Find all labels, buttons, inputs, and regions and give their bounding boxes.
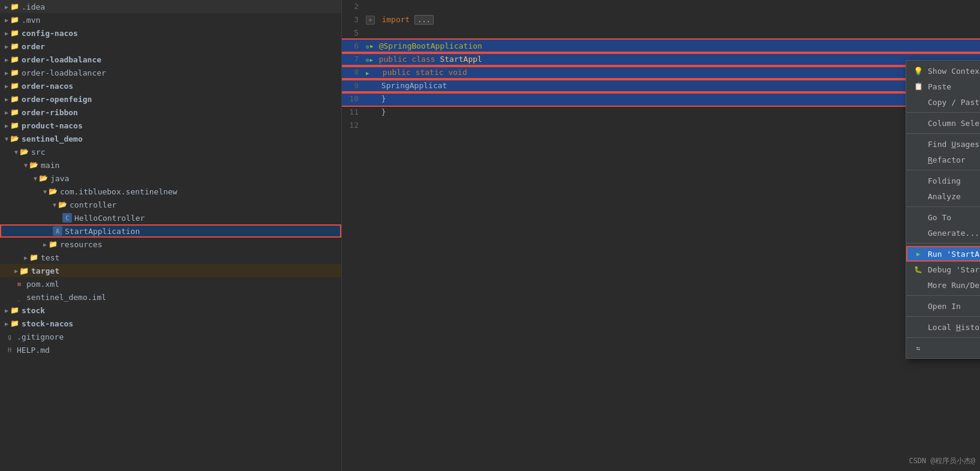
code-line-6: 6 ⚙ ⚑ @SpringBootApplication: [342, 40, 980, 53]
sidebar-item-label: HELP.md: [17, 346, 50, 355]
sidebar-item-test[interactable]: ▶ 📁 test: [0, 251, 341, 264]
sidebar-item-label: java: [50, 174, 69, 183]
collapse-arrow: ▶: [5, 30, 8, 37]
line-num: 7: [342, 53, 366, 66]
sidebar-item-order-loadbalancer[interactable]: ▶ 📁 order-loadbalancer: [0, 66, 341, 79]
empty-icon: [913, 280, 923, 290]
sidebar-item-main[interactable]: ▼ 📂 main: [0, 158, 341, 172]
menu-item-paste[interactable]: 📋 Paste Ctrl+V: [906, 79, 980, 94]
sidebar-item-help[interactable]: H HELP.md: [0, 343, 341, 356]
sidebar-item-label: sentinel_demo.iml: [26, 293, 106, 302]
menu-label: Column Selection Mode: [928, 119, 980, 128]
folder-icon: 📁: [10, 15, 19, 25]
empty-icon: [913, 322, 923, 332]
sidebar-item-label: order-loadbalancer: [22, 68, 106, 77]
menu-label: Debug 'StartApplication': [928, 265, 980, 274]
sidebar-item-label: .gitignore: [17, 332, 64, 341]
collapse-arrow: ▶: [5, 307, 8, 314]
line-text: ▶ public static void: [366, 66, 467, 80]
sidebar-item-controller[interactable]: ▼ 📂 controller: [0, 198, 341, 211]
menu-item-run[interactable]: ▶ Run 'StartApplication' Ctrl+Shift+F10: [906, 246, 980, 262]
sidebar-item-label: stock: [22, 306, 45, 315]
menu-divider: [906, 316, 980, 317]
menu-item-copy-paste-special[interactable]: Copy / Paste Special ▶: [906, 94, 980, 110]
menu-label: Refactor: [928, 155, 966, 164]
line-num: 5: [342, 26, 366, 40]
menu-item-debug[interactable]: 🐛 Debug 'StartApplication': [906, 262, 980, 277]
menu-item-generate[interactable]: Generate... Alt+Insert: [906, 225, 980, 241]
sidebar-item-hello-controller[interactable]: C HelloController: [0, 211, 341, 224]
menu-item-analyze[interactable]: Analyze ▶: [906, 188, 980, 204]
menu-item-folding[interactable]: Folding ▶: [906, 173, 980, 188]
file-m-icon: m: [14, 279, 24, 289]
sidebar-item-resources[interactable]: ▶ 📁 resources: [0, 238, 341, 251]
sidebar-item-stock-nacos[interactable]: ▶ 📁 stock-nacos: [0, 317, 341, 330]
sidebar-item-product-nacos[interactable]: ▶ 📁 product-nacos: [0, 119, 341, 132]
sidebar-item-label: product-nacos: [22, 121, 83, 130]
sidebar-item-order-loadbalance[interactable]: ▶ 📁 order-loadbalance: [0, 53, 341, 66]
sidebar-item-sentinel-iml[interactable]: _ sentinel_demo.iml: [0, 290, 341, 304]
sidebar-item-label: order: [22, 42, 45, 51]
editor-area: 2 3 + import ... 5 6 ⚙ ⚑: [342, 0, 980, 471]
sidebar-item-com-pkg[interactable]: ▼ 📂 com.itbluebox.sentinelnew: [0, 185, 341, 198]
sidebar-item-order-ribbon[interactable]: ▶ 📁 order-ribbon: [0, 106, 341, 119]
sidebar-item-order[interactable]: ▶ 📁 order: [0, 40, 341, 53]
menu-item-find-usages[interactable]: Find Usages Alt+F7: [906, 136, 980, 152]
sidebar-item-mvn[interactable]: ▶ 📁 .mvn: [0, 13, 341, 26]
debug-icon: 🐛: [913, 265, 923, 274]
menu-divider: [906, 295, 980, 296]
sidebar-item-label: .mvn: [22, 16, 40, 25]
line-num: 9: [342, 79, 366, 92]
sidebar-item-order-nacos[interactable]: ▶ 📁 order-nacos: [0, 79, 341, 92]
sidebar-item-stock[interactable]: ▶ 📁 stock: [0, 304, 341, 317]
line-num: 6: [342, 40, 366, 53]
menu-item-column-selection[interactable]: Column Selection Mode Alt+Shift+Insert: [906, 115, 980, 131]
code-line-7: 7 ⚙ ▶ public class StartAppl: [342, 53, 980, 66]
sidebar-item-label: StartApplication: [65, 227, 140, 236]
line-text: ⚙ ▶ public class StartAppl: [366, 53, 482, 67]
menu-item-local-history[interactable]: Local History ▶: [906, 319, 980, 335]
sidebar-item-idea[interactable]: ▶ 📁 .idea: [0, 0, 341, 13]
sidebar-item-src[interactable]: ▼ 📂 src: [0, 145, 341, 158]
code-line-10: 10 }: [342, 92, 980, 106]
menu-label: Paste: [928, 82, 951, 91]
empty-icon: [913, 139, 923, 149]
empty-icon: [913, 155, 923, 164]
menu-item-show-context[interactable]: 💡 Show Context Actions Alt+Enter: [906, 63, 980, 79]
sidebar-item-java[interactable]: ▼ 📂 java: [0, 172, 341, 185]
empty-icon: [913, 176, 923, 185]
sidebar-item-order-openfeign[interactable]: ▶ 📁 order-openfeign: [0, 92, 341, 106]
sidebar-item-pom-xml[interactable]: m pom.xml: [0, 277, 341, 290]
sidebar-item-label: order-ribbon: [22, 108, 78, 117]
sidebar-item-label: test: [41, 253, 59, 262]
folder-icon: 📁: [10, 28, 19, 38]
menu-label: Find Usages: [928, 140, 979, 149]
sidebar-item-target[interactable]: ▶ 📁 target: [0, 264, 341, 277]
sidebar-item-config-nacos[interactable]: ▶ 📁 config-nacos: [0, 26, 341, 40]
menu-item-refactor[interactable]: Refactor ▶: [906, 152, 980, 167]
menu-item-open-in[interactable]: Open In ▶: [906, 298, 980, 314]
line-num: 3: [342, 13, 366, 26]
folder-icon: 📁: [10, 94, 19, 104]
sidebar-item-start-application[interactable]: A StartApplication: [0, 224, 341, 238]
sidebar-item-sentinel-demo[interactable]: ▼ 📂 sentinel_demo: [0, 132, 341, 145]
folder-icon: 📁: [10, 121, 19, 130]
menu-item-more-run-debug[interactable]: More Run/Debug ▶: [906, 277, 980, 293]
menu-label: Folding: [928, 176, 961, 185]
code-content: 2 3 + import ... 5 6 ⚙ ⚑: [342, 0, 980, 132]
sidebar: ▶ 📁 .idea ▶ 📁 .mvn ▶ 📁 config-nacos ▶ 📁 …: [0, 0, 342, 471]
expand-arrow: ▼: [34, 175, 37, 182]
sidebar-item-label: src: [31, 148, 45, 157]
menu-label: Analyze: [928, 192, 961, 201]
context-menu: 💡 Show Context Actions Alt+Enter 📋 Paste…: [906, 60, 980, 359]
folder-open-icon: 📂: [38, 173, 48, 183]
paste-icon: 📋: [913, 82, 923, 91]
sidebar-item-gitignore[interactable]: g .gitignore: [0, 330, 341, 343]
line-text: }: [366, 92, 386, 106]
folder-open-icon: 📂: [58, 200, 67, 209]
line-text: }: [366, 106, 386, 119]
menu-divider: [906, 337, 980, 338]
sidebar-item-label: pom.xml: [26, 280, 59, 289]
menu-item-go-to[interactable]: Go To ▶: [906, 209, 980, 225]
menu-item-compare-clipboard[interactable]: ⇆: [906, 340, 980, 356]
